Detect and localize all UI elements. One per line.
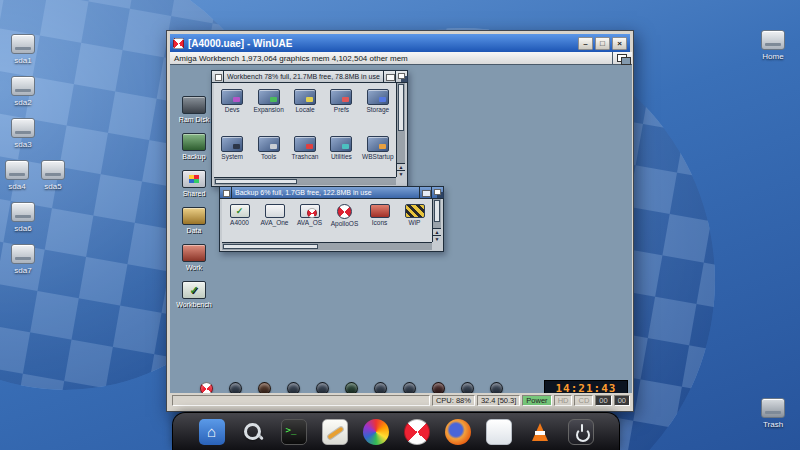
desktop-icon-label: sda2 (6, 98, 40, 107)
close-gadget-icon[interactable] (220, 187, 232, 198)
amiga-icon-ram-disk[interactable]: Ram Disk (172, 96, 216, 123)
drawer-storage[interactable]: Storage (360, 83, 396, 130)
drawer-icon (221, 89, 243, 105)
workbench-window-title: Workbench 78% full, 21.7MB free, 78.8MB … (224, 73, 383, 80)
screen-depth-gadget-icon[interactable] (612, 52, 632, 65)
desktop-icon-trash[interactable]: Trash (752, 398, 794, 429)
amiga-icon-shared[interactable]: Shared (172, 170, 216, 197)
volume-a4000[interactable]: A4000 (222, 199, 257, 242)
horizontal-scrollbar[interactable] (214, 177, 396, 185)
text-editor-icon[interactable] (322, 419, 348, 445)
amiga-ball-icon[interactable] (404, 419, 430, 445)
vertical-scrollbar[interactable]: ▲▼ (432, 199, 441, 242)
horizontal-scrollbar[interactable] (222, 242, 432, 250)
volume-wip[interactable]: WiP (397, 199, 432, 242)
drawer-tools[interactable]: Tools (250, 130, 286, 177)
amiga-icon-workbench[interactable]: Workbench (172, 281, 216, 308)
terminal-icon[interactable] (281, 419, 307, 445)
amiga-screen-title: Amiga Workbench 1,973,064 graphics mem 4… (174, 54, 408, 63)
amiga-screen-titlebar[interactable]: Amiga Workbench 1,973,064 graphics mem 4… (170, 52, 632, 65)
desktop-icon-sda4[interactable]: sda4 (0, 160, 34, 191)
drawer-label: Tools (250, 153, 286, 160)
drawer-icon (330, 89, 352, 105)
amiga-icon-data[interactable]: Data (172, 207, 216, 234)
winuae-titlebar[interactable]: [A4000.uae] - WinUAE – □ × (170, 34, 630, 52)
desktop-icon-sda2[interactable]: sda2 (6, 76, 40, 107)
maximize-button[interactable]: □ (595, 37, 610, 50)
amiga-icon-label: Work (172, 264, 216, 271)
drawer-label: Expansion (250, 106, 286, 113)
amiga-icon-backup[interactable]: Backup (172, 133, 216, 160)
desktop-icon-label: sda7 (6, 266, 40, 275)
drawer-wbstartup[interactable]: WBStartup (360, 130, 396, 177)
drawer-label: Prefs (323, 106, 359, 113)
desktop-icon-label: sda4 (0, 182, 34, 191)
close-gadget-icon[interactable] (212, 71, 224, 82)
drawer-label: WBStartup (360, 153, 396, 160)
drawer-utilities[interactable]: Utilities (323, 130, 359, 177)
scrollbar-thumb[interactable] (223, 244, 318, 249)
drawer-prefs[interactable]: Prefs (323, 83, 359, 130)
drawer-expansion[interactable]: Expansion (250, 83, 286, 130)
scroll-up-icon[interactable]: ▲ (397, 163, 405, 170)
desktop-icon-sda3[interactable]: sda3 (6, 118, 40, 149)
drawer-icon (258, 89, 280, 105)
drawer-label: Trashcan (287, 153, 323, 160)
drawer-devs[interactable]: Devs (214, 83, 250, 130)
scroll-down-icon[interactable]: ▼ (397, 170, 405, 177)
disk-label: AVA_OS (292, 219, 327, 226)
minimize-button[interactable]: – (578, 37, 593, 50)
desktop-icon-sda6[interactable]: sda6 (6, 202, 40, 233)
zoom-gadget-icon[interactable] (383, 71, 395, 82)
zoom-gadget-icon[interactable] (419, 187, 431, 198)
floppy-track-indicator: 00 (595, 395, 611, 406)
desktop-icon-home[interactable]: Home (752, 30, 794, 61)
scrollbar-thumb[interactable] (434, 200, 440, 222)
amiga-icon-label: Shared (172, 190, 216, 197)
scrollbar-thumb[interactable] (215, 179, 297, 184)
scroll-up-icon[interactable]: ▲ (433, 228, 441, 235)
desktop-icon-sda1[interactable]: sda1 (6, 34, 40, 65)
volume-icons[interactable]: Icons (362, 199, 397, 242)
backup-window-titlebar[interactable]: Backup 6% full, 1.7GB free, 122.8MB in u… (220, 187, 443, 199)
search-icon[interactable] (240, 419, 266, 445)
workbench-window: Workbench 78% full, 21.7MB free, 78.8MB … (211, 70, 408, 187)
volume-ava-one[interactable]: AVA_One (257, 199, 292, 242)
hazard-disk-icon (405, 204, 425, 218)
desktop-icon-label: sda6 (6, 224, 40, 233)
desktop-icon-sda7[interactable]: sda7 (6, 244, 40, 275)
firefox-icon[interactable] (445, 419, 471, 445)
drawer-locale[interactable]: Locale (287, 83, 323, 130)
depth-gadget-icon[interactable] (395, 71, 407, 82)
vlc-icon[interactable] (527, 419, 553, 445)
home-icon[interactable] (199, 419, 225, 445)
files-icon[interactable] (486, 419, 512, 445)
scrollbar-thumb[interactable] (398, 84, 404, 131)
desktop-icon-label: sda5 (36, 182, 70, 191)
desktop-icon-label: sda3 (6, 140, 40, 149)
depth-gadget-icon[interactable] (431, 187, 443, 198)
desktop-icon-sda5[interactable]: sda5 (36, 160, 70, 191)
volume-ava-os[interactable]: AVA_OS (292, 199, 327, 242)
graphics-icon[interactable] (363, 419, 389, 445)
shared-drive-icon (182, 170, 206, 188)
drawer-system[interactable]: System (214, 130, 250, 177)
drawer-label: Utilities (323, 153, 359, 160)
drawer-icon (367, 89, 389, 105)
disk-icon (300, 204, 320, 218)
drawer-trashcan[interactable]: Trashcan (287, 130, 323, 177)
scroll-down-icon[interactable]: ▼ (433, 235, 441, 242)
winuae-window-title: [A4000.uae] - WinUAE (188, 38, 292, 49)
trash-icon (761, 398, 785, 418)
amiga-icon-work[interactable]: Work (172, 244, 216, 271)
drive-icon (5, 160, 29, 180)
vertical-scrollbar[interactable]: ▲▼ (396, 83, 405, 177)
drawer-icon (294, 89, 316, 105)
workbench-window-titlebar[interactable]: Workbench 78% full, 21.7MB free, 78.8MB … (212, 71, 407, 83)
hd-led: HD (554, 395, 573, 406)
volume-apolloos[interactable]: ApolloOS (327, 199, 362, 242)
close-button[interactable]: × (612, 37, 627, 50)
boing-ball-icon (337, 204, 352, 219)
drive-icon (11, 34, 35, 54)
power-icon[interactable] (568, 419, 594, 445)
